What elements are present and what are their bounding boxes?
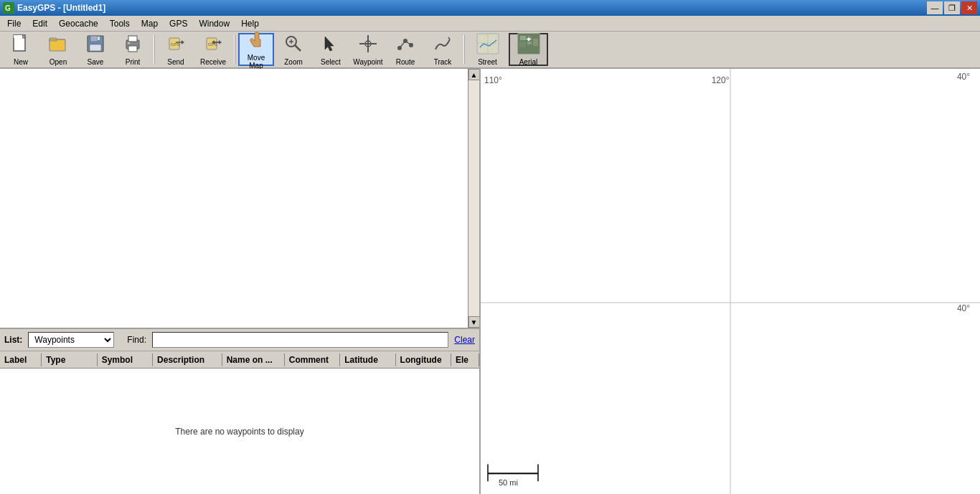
print-button[interactable]: Print — [115, 33, 151, 66]
find-label: Find: — [127, 335, 146, 345]
menu-help[interactable]: Help — [235, 17, 265, 30]
map-panel[interactable]: 110° 120° 40° 40° 50 mi — [481, 69, 980, 494]
svg-text:40°: 40° — [957, 303, 970, 313]
clear-button[interactable]: Clear — [454, 335, 475, 345]
zoom-button[interactable]: Zoom — [275, 33, 311, 66]
track-button[interactable]: Track — [425, 33, 461, 66]
route-label: Route — [396, 58, 415, 66]
movemap-icon — [246, 29, 266, 52]
list-type-dropdown[interactable]: Waypoints Routes Tracks — [28, 332, 114, 348]
col-header-label: Label — [0, 353, 42, 366]
new-label: New — [14, 58, 28, 66]
svg-rect-4 — [14, 35, 22, 38]
app-icon: G — [3, 2, 14, 14]
aerial-icon — [517, 33, 540, 57]
print-icon — [123, 34, 143, 57]
route-button[interactable]: Route — [387, 33, 423, 66]
street-button[interactable]: Street — [468, 33, 507, 66]
svg-rect-11 — [98, 37, 100, 40]
svg-line-27 — [295, 45, 301, 51]
save-label: Save — [88, 58, 104, 66]
scroll-down[interactable]: ▼ — [468, 316, 480, 328]
send-button[interactable]: GPS Send — [158, 33, 194, 66]
svg-text:50 mi: 50 mi — [499, 478, 518, 487]
zoom-label: Zoom — [284, 58, 303, 66]
new-button[interactable]: New — [3, 33, 39, 66]
map-canvas[interactable]: 110° 120° 40° 40° 50 mi — [481, 69, 980, 494]
svg-rect-49 — [527, 42, 532, 44]
col-header-comment: Comment — [285, 353, 340, 366]
receive-label: Receive — [200, 58, 226, 66]
titlebar: G EasyGPS - [Untitled1] — ❐ ✕ — [0, 0, 980, 16]
svg-text:110°: 110° — [484, 75, 502, 85]
titlebar-controls[interactable]: — ❐ ✕ — [927, 1, 977, 14]
waypoint-label: Waypoint — [353, 58, 382, 66]
minimize-button[interactable]: — — [927, 1, 943, 14]
menu-edit[interactable]: Edit — [27, 17, 53, 30]
vertical-scrollbar[interactable]: ▲ ▼ — [468, 69, 479, 328]
list-toolbar: List: Waypoints Routes Tracks Find: Clea… — [0, 329, 479, 351]
map-preview[interactable]: ▲ ▼ — [0, 69, 479, 329]
open-button[interactable]: Open — [40, 33, 76, 66]
menu-window[interactable]: Window — [193, 17, 235, 30]
movemap-label: Move Map — [241, 54, 271, 70]
list-area: List: Waypoints Routes Tracks Find: Clea… — [0, 329, 479, 494]
titlebar-title: EasyGPS - [Untitled1] — [17, 3, 105, 13]
open-icon — [48, 34, 68, 57]
find-input[interactable] — [152, 332, 448, 348]
svg-rect-10 — [90, 44, 101, 51]
svg-rect-9 — [90, 36, 98, 42]
svg-rect-47 — [533, 39, 538, 46]
svg-rect-57 — [488, 472, 538, 474]
zoom-icon — [283, 34, 303, 57]
empty-message: There are no waypoints to display — [175, 427, 303, 437]
col-header-ele: Ele — [451, 353, 479, 366]
svg-marker-18 — [182, 40, 184, 44]
separator-2 — [234, 35, 235, 64]
toolbar: New Open Save — [0, 32, 980, 69]
menu-gps[interactable]: GPS — [164, 17, 193, 30]
col-header-nameon: Name on ... — [222, 353, 285, 366]
scroll-up[interactable]: ▲ — [468, 69, 480, 80]
receive-button[interactable]: GPS Receive — [195, 33, 231, 66]
track-label: Track — [434, 58, 452, 66]
svg-rect-45 — [520, 36, 526, 40]
svg-text:120°: 120° — [712, 75, 730, 85]
aerial-button[interactable]: Aerial — [509, 33, 548, 66]
svg-rect-15 — [128, 42, 130, 44]
left-panel: ▲ ▼ List: Waypoints Routes Tracks Find: … — [0, 69, 481, 494]
col-header-longitude: Longitude — [396, 353, 451, 366]
maximize-button[interactable]: ❐ — [944, 1, 960, 14]
svg-rect-14 — [128, 46, 137, 52]
svg-rect-48 — [519, 42, 526, 47]
menu-file[interactable]: File — [1, 17, 27, 30]
street-icon — [476, 33, 499, 57]
new-icon — [11, 34, 31, 57]
list-content: There are no waypoints to display — [0, 369, 479, 494]
menu-map[interactable]: Map — [136, 17, 164, 30]
scroll-track-v[interactable] — [468, 80, 480, 316]
street-label: Street — [478, 58, 497, 66]
col-header-latitude: Latitude — [340, 353, 395, 366]
main-content: ▲ ▼ List: Waypoints Routes Tracks Find: … — [0, 69, 980, 494]
close-button[interactable]: ✕ — [961, 1, 977, 14]
svg-text:40°: 40° — [957, 72, 970, 82]
select-label: Select — [321, 58, 341, 66]
svg-text:G: G — [5, 4, 11, 12]
col-header-symbol: Symbol — [98, 353, 153, 366]
route-icon — [395, 34, 415, 57]
column-headers: Label Type Symbol Description Name on ..… — [0, 351, 479, 369]
menu-tools[interactable]: Tools — [104, 17, 136, 30]
svg-rect-13 — [128, 36, 137, 42]
svg-marker-30 — [325, 37, 334, 51]
waypoint-button[interactable]: Waypoint — [350, 33, 386, 66]
waypoint-icon — [358, 34, 378, 57]
select-button[interactable]: Select — [313, 33, 349, 66]
svg-text:GPS: GPS — [208, 42, 217, 47]
svg-text:GPS: GPS — [171, 42, 180, 47]
track-icon — [433, 34, 453, 57]
movemap-button[interactable]: Move Map — [238, 33, 274, 66]
save-button[interactable]: Save — [77, 33, 113, 66]
menu-geocache[interactable]: Geocache — [53, 17, 104, 30]
save-icon — [85, 34, 105, 57]
